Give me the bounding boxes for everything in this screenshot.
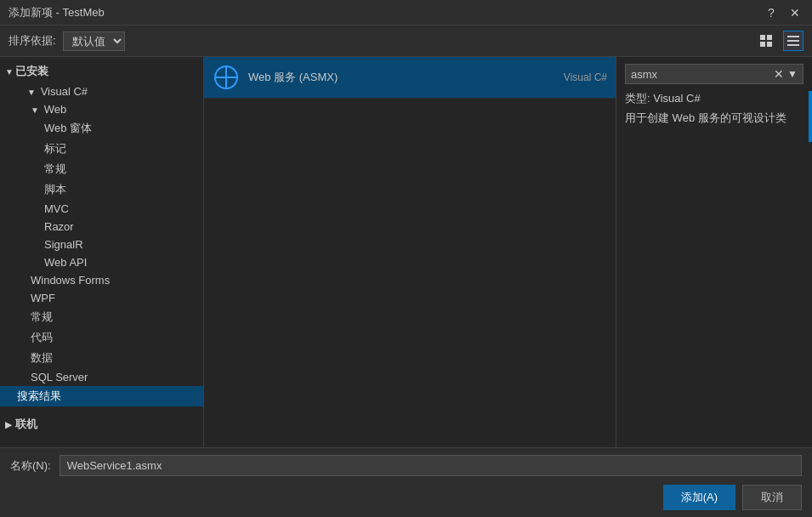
installed-arrow: ▼ [5,67,15,77]
wpf-label: WPF [31,292,55,304]
sidebar-item-markup[interactable]: 标记 [0,139,203,159]
signalr-label: SignalR [44,238,83,251]
sort-dropdown[interactable]: 默认值 [63,31,125,51]
svg-rect-6 [787,44,799,46]
installed-label: 已安装 [15,64,48,79]
grid-view-button[interactable] [756,31,776,51]
visual-csharp-label: Visual C# [41,85,88,98]
sidebar-item-script[interactable]: 脚本 [0,179,203,200]
sidebar-item-general2[interactable]: 常规 [0,307,203,327]
info-panel: ✕ ▼ 类型: Visual C# 用于创建 Web 服务的可视设计类 [616,57,812,447]
general2-label: 常规 [31,310,53,323]
mvc-label: MVC [44,202,69,215]
info-search-bar: ✕ ▼ [625,64,803,84]
close-button[interactable]: ✕ [786,4,803,21]
bottom-area: 名称(N): 添加(A) 取消 [0,447,812,517]
info-description: 用于创建 Web 服务的可视设计类 [625,110,803,127]
cancel-button[interactable]: 取消 [742,485,802,510]
title-bar-controls: ? ✕ [763,4,803,21]
web-forms-label: Web 窗体 [44,122,92,134]
webapi-label: Web API [44,256,87,269]
name-row: 名称(N): [10,455,802,476]
general1-label: 常规 [44,162,66,175]
web-label: Web [44,103,67,116]
svg-rect-5 [787,40,799,42]
sidebar-item-sql-server[interactable]: SQL Server [0,368,203,386]
title-bar: 添加新项 - TestMeb ? ✕ [0,0,812,26]
sidebar-item-windows-forms[interactable]: Windows Forms [0,271,203,289]
sidebar-item-search-results[interactable]: 搜索结果 [0,386,203,406]
add-button[interactable]: 添加(A) [663,485,735,510]
info-type-label: 类型: Visual C# [625,91,803,106]
item-tag: Visual C# [564,71,607,83]
installed-section-header[interactable]: ▼ 已安装 [0,60,203,82]
info-search-clear-button[interactable]: ✕ [774,67,784,81]
script-label: 脚本 [44,183,66,196]
toolbar: 排序依据: 默认值 [0,26,812,57]
button-row: 添加(A) 取消 [10,485,802,510]
svg-rect-1 [767,35,772,40]
sidebar-item-web-forms[interactable]: Web 窗体 [0,118,203,139]
online-arrow: ▶ [5,420,15,429]
windows-forms-label: Windows Forms [31,274,110,287]
razor-label: Razor [44,220,74,233]
online-label: 联机 [15,417,37,432]
globe-icon [214,65,238,89]
visual-csharp-arrow: ▼ [27,88,37,97]
svg-rect-2 [760,42,765,47]
sidebar-item-general1[interactable]: 常规 [0,159,203,179]
online-section-header[interactable]: ▶ 联机 [0,413,203,435]
svg-rect-3 [767,42,772,47]
main-panel: Web 服务 (ASMX) Visual C# [204,57,616,447]
sidebar-item-mvc[interactable]: MVC [0,200,203,218]
sidebar-item-visual-csharp[interactable]: ▼ Visual C# [0,82,203,100]
sidebar-item-wpf[interactable]: WPF [0,289,203,307]
sidebar-item-web[interactable]: ▼ Web [0,100,203,118]
web-arrow: ▼ [31,105,41,115]
code-label: 代码 [31,331,53,344]
name-label: 名称(N): [10,458,51,474]
list-view-button[interactable] [783,31,803,51]
svg-rect-4 [787,36,799,37]
help-button[interactable]: ? [763,4,780,21]
name-input[interactable] [60,455,802,476]
sidebar-item-signalr[interactable]: SignalR [0,236,203,253]
item-icon-globe [213,64,240,91]
svg-rect-0 [760,35,765,40]
info-right-accent [809,91,812,142]
sql-server-label: SQL Server [31,371,88,383]
sidebar: ▼ 已安装 ▼ Visual C# ▼ Web Web 窗体 标记 常规 [0,57,204,447]
info-search-dropdown-button[interactable]: ▼ [787,68,798,80]
data-label: 数据 [31,351,53,364]
item-name: Web 服务 (ASMX) [248,70,555,85]
sidebar-item-razor[interactable]: Razor [0,218,203,236]
markup-label: 标记 [44,142,66,155]
search-results-label: 搜索结果 [17,389,61,402]
sidebar-item-code[interactable]: 代码 [0,327,203,348]
sort-label: 排序依据: [9,33,56,48]
sidebar-item-data[interactable]: 数据 [0,348,203,368]
dialog-title: 添加新项 - TestMeb [9,5,105,20]
online-section: ▶ 联机 [0,413,203,435]
info-search-input[interactable] [631,68,770,81]
dialog: 排序依据: 默认值 ▼ 已安装 ▼ [0,26,812,517]
content-area: ▼ 已安装 ▼ Visual C# ▼ Web Web 窗体 标记 常规 [0,57,812,447]
list-item[interactable]: Web 服务 (ASMX) Visual C# [204,57,616,99]
sidebar-item-webapi[interactable]: Web API [0,253,203,271]
